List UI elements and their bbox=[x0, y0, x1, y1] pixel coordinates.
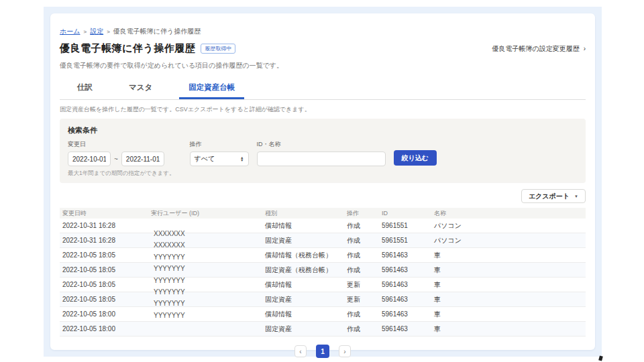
cell-datetime: 2022-10-05 18:00 bbox=[60, 310, 148, 318]
cell-type: 償却情報（税務台帳） bbox=[262, 251, 344, 260]
cell-type: 固定資産（税務台帳） bbox=[262, 265, 344, 275]
viewport: ホーム > 設定 > 優良電子帳簿に伴う操作履歴 優良電子帳簿に伴う操作履歴 履… bbox=[0, 0, 644, 362]
cell-id: 5961463 bbox=[379, 325, 431, 333]
user-value: YYYYYYY bbox=[154, 310, 185, 321]
history-table: 変更日時実行ユーザー (ID)種別操作ID名称 2022-10-31 16:28… bbox=[60, 208, 586, 337]
cell-name: パソコン bbox=[431, 221, 586, 231]
screenshot-cursor-artifact bbox=[598, 355, 603, 361]
table-header-cell: 実行ユーザー (ID) bbox=[148, 209, 262, 218]
id-name-label: ID・名称 bbox=[257, 140, 386, 149]
operation-select[interactable]: すべて ▲▼ bbox=[190, 152, 249, 166]
tab-journal[interactable]: 仕訳 bbox=[68, 77, 102, 99]
page-description: 優良電子帳簿の要件で取得が定められている項目の操作履歴の一覧です。 bbox=[60, 61, 586, 70]
cell-operation: 更新 bbox=[344, 280, 379, 290]
cell-id: 5961463 bbox=[379, 281, 431, 288]
date-from-input[interactable] bbox=[68, 152, 111, 166]
table-row: 2022-10-05 18:05償却情報（税務台帳）作成5961463車 bbox=[60, 248, 586, 263]
cell-operation: 更新 bbox=[344, 295, 379, 304]
table-row: 2022-10-05 18:05固定資産更新5961463車 bbox=[60, 292, 586, 307]
select-stepper-icon: ▲▼ bbox=[240, 156, 244, 162]
search-panel-title: 検索条件 bbox=[68, 125, 578, 135]
breadcrumb-home-link[interactable]: ホーム bbox=[60, 27, 80, 36]
cell-type: 償却情報 bbox=[262, 221, 344, 231]
cell-datetime: 2022-10-05 18:05 bbox=[60, 251, 148, 259]
cell-id: 5961463 bbox=[379, 266, 431, 274]
cell-id: 5961463 bbox=[379, 310, 431, 318]
page-title: 優良電子帳簿に伴う操作履歴 bbox=[60, 42, 195, 55]
filter-button[interactable]: 絞り込む bbox=[394, 150, 437, 166]
cell-name: パソコン bbox=[431, 236, 586, 245]
table-row: 2022-10-05 18:05償却情報更新5961463車 bbox=[60, 278, 586, 292]
cell-name: 車 bbox=[431, 310, 586, 319]
operation-select-value: すべて bbox=[195, 154, 215, 164]
breadcrumb-separator: > bbox=[107, 29, 110, 35]
breadcrumb: ホーム > 設定 > 優良電子帳簿に伴う操作履歴 bbox=[60, 27, 586, 36]
export-button[interactable]: エクスポート ▼ bbox=[521, 189, 586, 203]
tab-description: 固定資産台帳を操作した履歴の一覧です。CSVエクスポートをすると詳細が確認できま… bbox=[60, 105, 586, 114]
breadcrumb-settings-link[interactable]: 設定 bbox=[90, 27, 103, 36]
prev-page-button[interactable]: ‹ bbox=[294, 345, 307, 357]
table-header-cell: ID bbox=[379, 210, 431, 217]
cell-datetime: 2022-10-05 18:05 bbox=[60, 281, 148, 288]
chevron-right-icon: › bbox=[584, 45, 586, 52]
cell-type: 償却情報 bbox=[262, 280, 344, 290]
cell-id: 5961551 bbox=[379, 222, 431, 229]
user-value: YYYYYYY bbox=[154, 275, 185, 286]
cell-name: 車 bbox=[431, 324, 586, 334]
breadcrumb-separator: > bbox=[83, 29, 87, 35]
breadcrumb-current: 優良電子帳簿に伴う操作履歴 bbox=[113, 27, 201, 36]
id-name-field-group: ID・名称 bbox=[257, 140, 386, 166]
search-fields: 変更日 ~ 最大1年間までの期間の指定ができます。 操作 すべて ▲▼ bbox=[68, 140, 578, 178]
table-header-cell: 変更日時 bbox=[60, 209, 148, 218]
page-background: ホーム > 設定 > 優良電子帳簿に伴う操作履歴 優良電子帳簿に伴う操作履歴 履… bbox=[44, 7, 602, 357]
cell-name: 車 bbox=[431, 265, 586, 275]
cell-datetime: 2022-10-31 16:28 bbox=[60, 237, 148, 244]
cell-type: 償却情報 bbox=[262, 310, 344, 319]
main-card: ホーム > 設定 > 優良電子帳簿に伴う操作履歴 優良電子帳簿に伴う操作履歴 履… bbox=[50, 13, 595, 350]
table-header-cell: 名称 bbox=[431, 209, 586, 218]
user-value: XXXXXXX bbox=[154, 228, 185, 239]
tab-master[interactable]: マスタ bbox=[119, 77, 162, 99]
cell-name: 車 bbox=[431, 280, 586, 290]
table-header-cell: 操作 bbox=[344, 209, 379, 218]
operation-field-group: 操作 すべて ▲▼ bbox=[190, 140, 249, 166]
cell-id: 5961463 bbox=[379, 251, 431, 259]
search-panel: 検索条件 変更日 ~ 最大1年間までの期間の指定ができます。 操作 bbox=[60, 119, 586, 183]
date-to-input[interactable] bbox=[121, 152, 164, 166]
next-page-button[interactable]: › bbox=[339, 345, 351, 357]
user-value: YYYYYYY bbox=[154, 251, 185, 263]
cell-operation: 作成 bbox=[344, 251, 379, 260]
cell-operation: 作成 bbox=[344, 236, 379, 245]
table-row: 2022-10-05 18:00固定資産作成5961463車 bbox=[60, 322, 586, 337]
tab-fixed-asset-ledger[interactable]: 固定資産台帳 bbox=[179, 77, 244, 99]
cell-name: 車 bbox=[431, 251, 586, 260]
change-date-label: 変更日 bbox=[68, 140, 175, 149]
user-value: YYYYYYY bbox=[154, 263, 185, 274]
tab-bar: 仕訳 マスタ 固定資産台帳 bbox=[60, 77, 586, 100]
date-range-separator: ~ bbox=[114, 156, 118, 163]
cell-type: 固定資産 bbox=[262, 295, 344, 304]
cell-id: 5961463 bbox=[379, 296, 431, 303]
date-range-helper-text: 最大1年間までの期間の指定ができます。 bbox=[68, 170, 175, 178]
cell-name: 車 bbox=[431, 295, 586, 304]
change-date-field-group: 変更日 ~ 最大1年間までの期間の指定ができます。 bbox=[68, 140, 175, 178]
cell-operation: 作成 bbox=[344, 310, 379, 319]
status-badge: 履歴取得中 bbox=[201, 44, 235, 54]
user-value: YYYYYYY bbox=[154, 298, 185, 309]
caret-down-icon: ▼ bbox=[574, 194, 578, 198]
export-button-label: エクスポート bbox=[529, 192, 570, 201]
cell-operation: 作成 bbox=[344, 324, 379, 334]
current-page-button[interactable]: 1 bbox=[316, 345, 329, 358]
table-row: 2022-10-31 16:28固定資産作成5961551パソコン bbox=[60, 233, 586, 248]
title-row: 優良電子帳簿に伴う操作履歴 履歴取得中 優良電子帳簿の設定変更履歴 › bbox=[60, 42, 586, 55]
cell-datetime: 2022-10-05 18:00 bbox=[60, 325, 148, 333]
cell-datetime: 2022-10-05 18:05 bbox=[60, 266, 148, 274]
table-header-cell: 種別 bbox=[262, 209, 344, 218]
cell-datetime: 2022-10-05 18:05 bbox=[60, 296, 148, 303]
cell-operation: 作成 bbox=[344, 265, 379, 275]
cell-type: 固定資産 bbox=[262, 236, 344, 245]
cell-operation: 作成 bbox=[344, 221, 379, 231]
setting-change-history-link[interactable]: 優良電子帳簿の設定変更履歴 › bbox=[492, 44, 586, 54]
table-body: 2022-10-31 16:28償却情報作成5961551パソコン2022-10… bbox=[60, 219, 586, 337]
id-name-input[interactable] bbox=[257, 152, 386, 166]
